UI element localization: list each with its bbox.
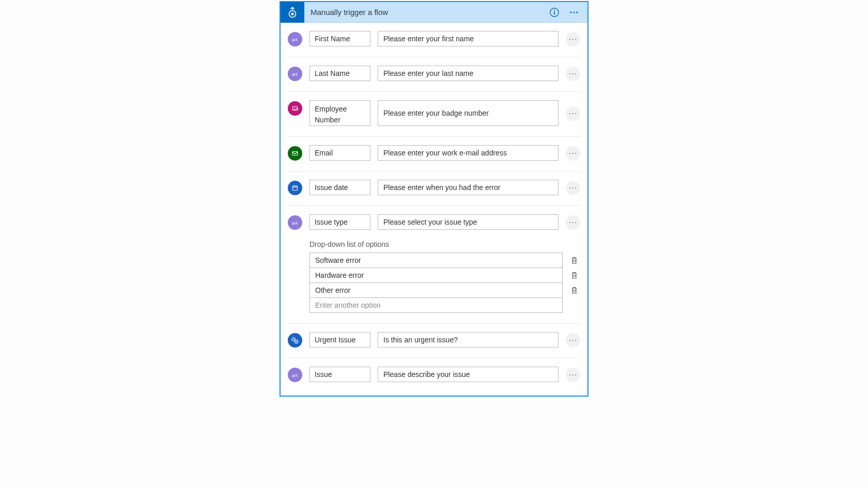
- svg-text:aA: aA: [292, 373, 298, 378]
- svg-text:123: 123: [293, 107, 298, 111]
- dropdown-option-row: [309, 297, 579, 313]
- input-row: aA ···: [288, 57, 580, 92]
- input-description-field[interactable]: [378, 145, 559, 161]
- input-label-field[interactable]: [309, 332, 370, 348]
- svg-rect-4: [554, 11, 555, 14]
- trigger-icon: [281, 2, 304, 23]
- input-description-field[interactable]: [378, 31, 559, 46]
- input-description-field[interactable]: [378, 180, 559, 195]
- svg-point-6: [573, 11, 575, 13]
- dropdown-option-input[interactable]: [309, 267, 563, 282]
- input-label-field[interactable]: [309, 180, 370, 195]
- input-row: aA ···: [288, 358, 580, 392]
- yesno-type-icon: [288, 333, 302, 348]
- dropdown-option-input[interactable]: [309, 282, 563, 297]
- svg-point-3: [554, 10, 555, 11]
- trigger-card: Manually trigger a flow: [280, 1, 588, 397]
- dropdown-option-input[interactable]: [309, 253, 563, 267]
- input-description-field[interactable]: [378, 66, 559, 81]
- svg-point-18: [292, 338, 295, 341]
- row-more-button[interactable]: ···: [566, 333, 580, 348]
- input-label-field[interactable]: [309, 214, 370, 230]
- input-label-field[interactable]: [309, 145, 370, 161]
- row-more-button[interactable]: ···: [566, 181, 580, 195]
- card-title: Manually trigger a flow: [304, 8, 549, 17]
- dropdown-options-section: Drop-down list of options: [288, 240, 580, 313]
- input-label-field[interactable]: [309, 367, 370, 382]
- email-type-icon: [288, 146, 302, 161]
- svg-point-5: [570, 11, 571, 13]
- svg-text:aA: aA: [292, 37, 298, 42]
- dropdown-option-row: [309, 282, 579, 297]
- text-type-icon: aA: [288, 32, 302, 46]
- svg-text:aA: aA: [292, 221, 298, 226]
- row-more-button[interactable]: ···: [566, 106, 580, 121]
- row-more-button[interactable]: ···: [566, 32, 580, 46]
- delete-option-button[interactable]: [569, 286, 579, 294]
- info-icon[interactable]: [549, 7, 560, 18]
- row-more-button[interactable]: ···: [566, 215, 580, 230]
- input-row: aA ··· Drop-down list of options: [288, 206, 580, 324]
- input-description-field[interactable]: [378, 214, 559, 230]
- date-type-icon: [288, 181, 302, 195]
- input-label-field[interactable]: [309, 66, 370, 81]
- more-icon[interactable]: [569, 7, 579, 18]
- svg-point-7: [576, 11, 578, 13]
- text-type-icon: aA: [288, 368, 302, 382]
- input-row: 123 ···: [288, 92, 580, 137]
- svg-text:aA: aA: [292, 72, 298, 77]
- input-label-field[interactable]: [309, 31, 370, 46]
- header-actions: [549, 7, 587, 18]
- card-header: Manually trigger a flow: [281, 2, 587, 23]
- input-row: ···: [288, 137, 580, 171]
- dropdown-new-option-input[interactable]: [309, 297, 563, 313]
- input-label-field[interactable]: [309, 100, 370, 126]
- svg-rect-13: [293, 186, 298, 191]
- row-more-button[interactable]: ···: [566, 67, 580, 81]
- number-type-icon: 123: [288, 101, 302, 116]
- dropdown-option-row: [309, 253, 579, 267]
- input-description-field[interactable]: [378, 367, 559, 382]
- dropdown-options-title: Drop-down list of options: [309, 240, 579, 248]
- input-description-field[interactable]: [378, 100, 559, 126]
- delete-option-button[interactable]: [569, 271, 579, 279]
- delete-option-button[interactable]: [569, 256, 579, 264]
- input-row: aA ···: [288, 23, 580, 57]
- text-type-icon: aA: [288, 67, 302, 81]
- text-type-icon: aA: [288, 215, 302, 230]
- dropdown-option-row: [309, 267, 579, 282]
- input-row: ···: [288, 171, 580, 206]
- input-description-field[interactable]: [378, 332, 559, 348]
- row-more-button[interactable]: ···: [566, 146, 580, 161]
- svg-point-1: [291, 12, 293, 15]
- row-more-button[interactable]: ···: [566, 368, 580, 382]
- input-row: ···: [288, 324, 580, 358]
- input-list: aA ··· aA ···: [281, 23, 587, 396]
